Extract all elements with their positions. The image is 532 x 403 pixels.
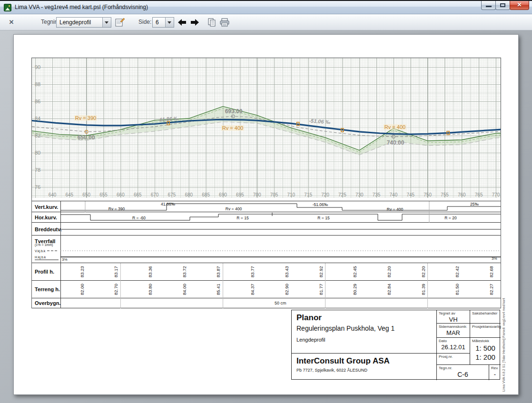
chevron-down-icon[interactable] xyxy=(165,18,174,27)
x-tick-label: 755 xyxy=(438,192,451,197)
profil-h-value: 83.43 xyxy=(284,263,290,281)
y-tick-label: 82 xyxy=(35,133,45,138)
terreng-h-value: 83.80 xyxy=(147,281,154,298)
y-tick-label: 76 xyxy=(35,184,45,190)
horkurv-segment-label: R = 15 xyxy=(317,216,329,220)
x-tick-label: 675 xyxy=(165,192,178,197)
x-tick-label: 680 xyxy=(182,192,196,197)
x-tick-label: 745 xyxy=(404,192,417,197)
cell-tegnnr: Tegn.nr. C-6 xyxy=(436,364,489,380)
profil-h-value: 83.87 xyxy=(215,263,222,281)
overbygn-value: 50 cm xyxy=(275,301,286,305)
title-block-project: Reguleringsplan Puskhola, Veg 1 xyxy=(296,324,394,332)
tverrfall-hoyre-label: H.kj.b.k xyxy=(35,256,46,259)
preview-toolbar: ✕ Tegning: Lengdeprofil Side: 6 xyxy=(0,14,532,30)
tegnet-av-label: Tegnet av xyxy=(439,311,455,315)
chart-annotation: 740.00 xyxy=(387,139,404,146)
band-row-label: Terreng h. xyxy=(35,286,60,292)
y-tick-label: 90 xyxy=(35,64,45,70)
title-block: Planor Reguleringsplan Puskhola, Veg 1 L… xyxy=(291,310,500,380)
profil-h-value: 83.36 xyxy=(147,263,154,281)
minimize-button[interactable] xyxy=(481,1,496,10)
rev-value: - xyxy=(489,371,501,378)
terreng-h-value: 81.39 xyxy=(420,281,427,298)
sidemannskontr-value: MAR xyxy=(437,329,470,336)
chart-annotation: 650.00 xyxy=(78,134,95,141)
properties-icon[interactable] xyxy=(115,18,125,27)
vertkurv-segment-label: Rv = 400 xyxy=(226,206,242,211)
side-label: Side: xyxy=(138,19,151,25)
band-row-label: Breddeutv. xyxy=(35,226,62,232)
vertkurv-segment-label: 41.86‰ xyxy=(161,202,175,206)
terreng-h-value: 85.41 xyxy=(215,281,222,298)
copy-icon[interactable] xyxy=(207,18,218,27)
terreng-h-value: 81.77 xyxy=(318,281,325,298)
cell-malestokk: Målestokk 1: 500 1: 200 xyxy=(470,337,501,364)
saksbehandler-label: Saksbehandler xyxy=(472,311,497,315)
band-row-label: Hor.kurv. xyxy=(35,215,57,220)
x-tick-label: 695 xyxy=(233,192,246,197)
terreng-h-value: 81.50 xyxy=(454,281,461,298)
next-page-icon[interactable] xyxy=(189,18,200,27)
malestokk-value-2: 1: 200 xyxy=(470,353,501,361)
title-bar: Lima VVA - veg1rev4 med kart.psl (Forhån… xyxy=(0,1,532,14)
vertkurv-segment-label: Rv = 400 xyxy=(387,207,403,212)
minimize-icon xyxy=(486,6,492,7)
chart-annotation: 693.00 xyxy=(225,108,243,115)
app-window: Lima VVA - veg1rev4 med kart.psl (Forhån… xyxy=(0,0,532,403)
x-tick-label: 720 xyxy=(319,192,332,197)
maximize-button[interactable] xyxy=(495,1,510,10)
rev-label: Rev. xyxy=(491,366,499,370)
terreng-h-value: 82.00 xyxy=(79,281,86,298)
vertkurv-segment-label: -51.06‰ xyxy=(313,202,328,207)
x-tick-label: 725 xyxy=(335,192,349,197)
print-icon[interactable] xyxy=(219,18,230,27)
prosjektansvarlig-label: Prosjektansvarlig xyxy=(472,324,501,329)
tegning-dropdown[interactable]: Lengdeprofil xyxy=(56,17,111,28)
divider xyxy=(292,353,436,354)
cell-dato: Dato 26.12.01 xyxy=(436,337,470,353)
app-icon xyxy=(4,4,11,11)
plot-stamp: Lima VVA 4.8.2 S1 [Tidar Hestholm] Parse… xyxy=(502,258,509,392)
band-lines xyxy=(32,201,501,308)
terreng-h-value: 80.29 xyxy=(352,281,358,298)
cell-sidemannskontr: Sidemannskontr. MAR xyxy=(436,323,470,337)
window-title: Lima VVA - veg1rev4 med kart.psl (Forhån… xyxy=(15,4,148,10)
y-tick-label: 84 xyxy=(35,116,45,121)
title-block-company: Planor xyxy=(296,313,322,323)
profile-plot xyxy=(32,58,501,198)
side-value: 6 xyxy=(156,19,159,26)
close-preview-button[interactable]: ✕ xyxy=(7,18,16,27)
tverrfall-venstre-label: V.kj.b.k xyxy=(35,249,45,253)
chart-annotation: Rv = 390 xyxy=(74,115,97,121)
previous-page-icon[interactable] xyxy=(177,18,187,27)
profil-h-value: 82.20 xyxy=(386,263,393,281)
band-table: Vert.kurv.Hor.kurv.Breddeutv.TverrfallPr… xyxy=(32,201,501,308)
tverrfall-left-value: 3% xyxy=(62,257,68,262)
x-tick-label: 670 xyxy=(148,192,161,197)
x-tick-label: 765 xyxy=(472,192,485,197)
tegnnr-value: C-6 xyxy=(437,371,489,378)
profile-chart-frame: 9088868482807876640645650655660665670675… xyxy=(31,58,501,308)
x-tick-label: 700 xyxy=(250,192,264,197)
chevron-down-icon[interactable] xyxy=(102,18,111,27)
title-block-drawing-type: Lengdeprofil xyxy=(296,337,325,343)
close-button[interactable]: ✕ xyxy=(510,1,529,10)
x-tick-label: 690 xyxy=(216,192,229,197)
tegnnr-label: Tegn.nr. xyxy=(439,366,452,370)
x-tick-label: 685 xyxy=(199,192,213,197)
close-icon: ✕ xyxy=(510,1,529,8)
profil-h-value: 82.68 xyxy=(488,263,495,281)
vertkurv-segment-label: Rv = 390 xyxy=(108,206,125,211)
terreng-h-value: 82.90 xyxy=(284,281,290,298)
horkurv-segment-label: R = 15 xyxy=(236,216,248,220)
profil-h-value: 83.17 xyxy=(113,263,119,281)
x-tick-label: 640 xyxy=(46,192,59,197)
side-dropdown[interactable]: 6 xyxy=(152,17,174,28)
x-tick-label: 660 xyxy=(114,192,127,197)
malestokk-label: Målestokk xyxy=(472,339,489,343)
x-tick-label: 655 xyxy=(97,192,110,197)
chart-annotation: Rv = 400 xyxy=(221,125,244,131)
y-tick-label: 88 xyxy=(35,81,45,87)
x-tick-label: 735 xyxy=(370,192,383,197)
